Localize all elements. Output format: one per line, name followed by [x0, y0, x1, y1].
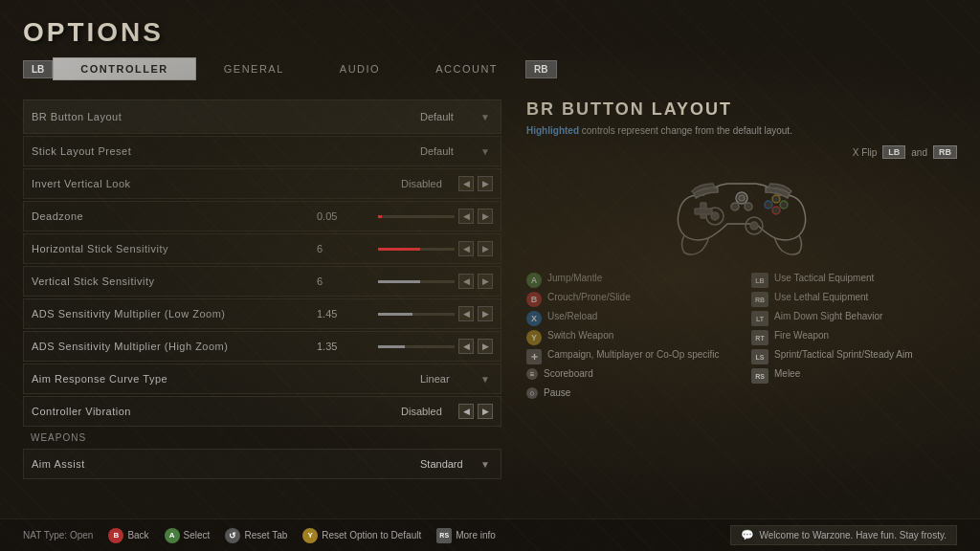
ads-low-zoom-slider[interactable]: [378, 313, 455, 316]
horizontal-sensitivity-fill: [378, 248, 420, 251]
deadzone-slider-fill: [378, 215, 382, 218]
topo-lines: [0, 0, 980, 551]
horizontal-sensitivity-slider[interactable]: [378, 248, 455, 251]
vertical-sensitivity-fill: [378, 280, 420, 283]
ads-low-zoom-fill: [378, 313, 412, 316]
deadzone-slider[interactable]: [378, 215, 455, 218]
main-container: OPTIONS LB CONTROLLER GENERAL AUDIO ACCO…: [0, 0, 980, 551]
ads-high-zoom-fill: [378, 345, 405, 348]
vertical-sensitivity-slider[interactable]: [378, 280, 455, 283]
ads-high-zoom-slider[interactable]: [378, 345, 455, 348]
